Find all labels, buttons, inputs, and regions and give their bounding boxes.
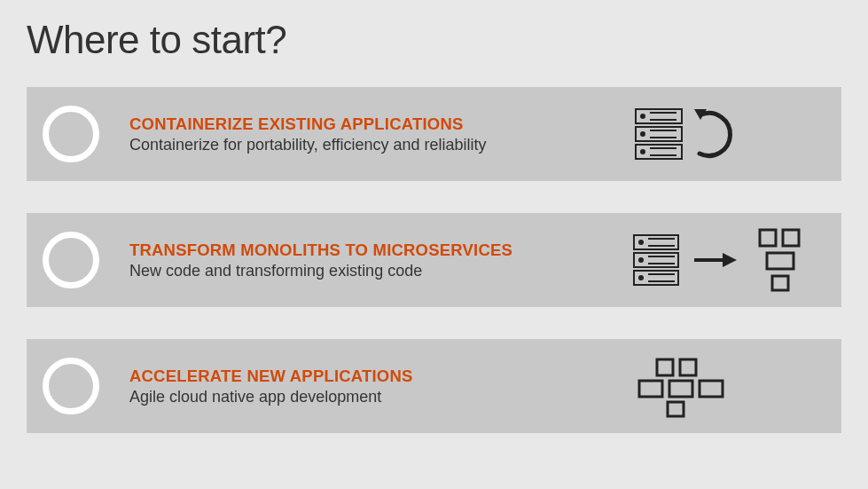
svg-point-3 bbox=[641, 114, 645, 118]
svg-point-17 bbox=[639, 258, 643, 262]
containerize-icon bbox=[630, 99, 825, 170]
svg-point-18 bbox=[639, 276, 643, 280]
option-description: New code and transforming existing code bbox=[129, 262, 630, 280]
svg-rect-29 bbox=[767, 253, 794, 269]
microservices-icon bbox=[630, 225, 825, 296]
option-heading: TRANSFORM MONOLITHS TO MICROSERVICES bbox=[129, 241, 630, 260]
svg-rect-25 bbox=[694, 258, 723, 262]
option-description: Containerize for portability, efficiency… bbox=[129, 136, 630, 154]
cloud-native-icon bbox=[630, 351, 825, 422]
svg-rect-34 bbox=[669, 381, 692, 397]
svg-marker-26 bbox=[723, 253, 737, 267]
option-heading: CONTAINERIZE EXISTING APPLICATIONS bbox=[129, 114, 630, 134]
svg-rect-27 bbox=[760, 230, 776, 246]
option-row: CONTAINERIZE EXISTING APPLICATIONS Conta… bbox=[27, 87, 841, 181]
option-text: ACCELERATE NEW APPLICATIONS Agile cloud … bbox=[129, 367, 630, 406]
svg-rect-28 bbox=[783, 230, 799, 246]
bullet-circle-icon bbox=[43, 232, 99, 288]
options-list: CONTAINERIZE EXISTING APPLICATIONS Conta… bbox=[27, 87, 841, 433]
option-text: CONTAINERIZE EXISTING APPLICATIONS Conta… bbox=[129, 114, 630, 154]
svg-point-5 bbox=[641, 150, 645, 154]
svg-rect-35 bbox=[700, 381, 723, 397]
option-heading: ACCELERATE NEW APPLICATIONS bbox=[129, 367, 630, 386]
svg-rect-32 bbox=[680, 359, 696, 375]
svg-rect-31 bbox=[657, 359, 673, 375]
option-row: TRANSFORM MONOLITHS TO MICROSERVICES New… bbox=[27, 213, 841, 307]
option-description: Agile cloud native app development bbox=[129, 388, 630, 406]
option-row: ACCELERATE NEW APPLICATIONS Agile cloud … bbox=[27, 339, 841, 433]
option-text: TRANSFORM MONOLITHS TO MICROSERVICES New… bbox=[129, 241, 630, 280]
svg-rect-33 bbox=[639, 381, 662, 397]
bullet-circle-icon bbox=[43, 106, 99, 162]
svg-point-16 bbox=[639, 241, 643, 244]
svg-point-4 bbox=[641, 132, 645, 136]
svg-rect-30 bbox=[772, 276, 788, 290]
bullet-circle-icon bbox=[43, 358, 99, 414]
svg-rect-36 bbox=[668, 402, 684, 416]
page-title: Where to start? bbox=[27, 18, 841, 62]
